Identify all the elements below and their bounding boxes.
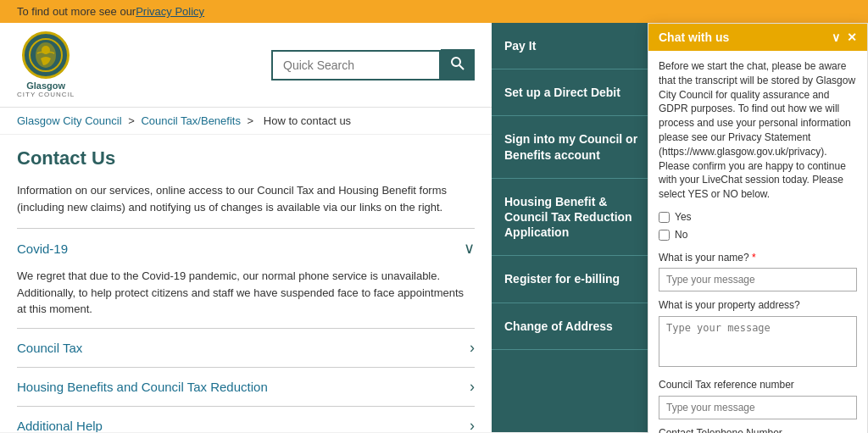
breadcrumb-sep-1: >	[128, 114, 137, 127]
accordion-covid: Covid-19 ∨ We regret that due to the Cov…	[17, 228, 475, 328]
change-address-button[interactable]: Change of Address	[492, 303, 661, 350]
page-title: Contact Us	[17, 147, 475, 169]
sign-in-button[interactable]: Sign into my Council or Benefits account	[492, 116, 661, 178]
breadcrumb-sep-2: >	[248, 114, 257, 127]
logo-subtitle: CITY COUNCIL	[17, 91, 75, 98]
accordion-covid-header[interactable]: Covid-19 ∨	[17, 229, 475, 268]
chat-body: Before we start the chat, please be awar…	[648, 51, 867, 433]
housing-benefit-button[interactable]: Housing Benefit & Council Tax Reduction …	[492, 179, 661, 257]
svg-line-4	[459, 65, 464, 69]
accordion-additional-help-header[interactable]: Additional Help ›	[17, 407, 475, 432]
close-icon[interactable]: ✕	[847, 31, 857, 44]
chat-header-icons: ∨ ✕	[832, 31, 857, 44]
chat-popup: Chat with us ∨ ✕ Before we start the cha…	[648, 23, 868, 433]
minimize-icon[interactable]: ∨	[832, 31, 840, 44]
accordion-council-tax-header[interactable]: Council Tax ›	[17, 329, 475, 367]
search-button[interactable]	[441, 49, 475, 80]
breadcrumb: Glasgow City Council > Council Tax/Benef…	[0, 108, 492, 135]
accordion-housing-benefits: Housing Benefits and Council Tax Reducti…	[17, 367, 475, 406]
accordion-housing-benefits-chevron-icon: ›	[470, 378, 475, 396]
accordion-housing-benefits-header[interactable]: Housing Benefits and Council Tax Reducti…	[17, 368, 475, 406]
accordion-council-tax-label: Council Tax	[17, 341, 82, 355]
chat-name-input[interactable]	[659, 268, 857, 291]
pay-it-button[interactable]: Pay It	[492, 23, 661, 69]
content-area: Contact Us Information on our services, …	[0, 135, 492, 432]
accordion-covid-label: Covid-19	[17, 241, 68, 256]
chat-name-label: What is your name? *	[659, 251, 857, 265]
chat-yes-label: Yes	[675, 210, 692, 225]
chat-address-input[interactable]	[659, 316, 857, 367]
chat-council-tax-input[interactable]	[659, 396, 857, 419]
accordion-additional-help-label: Additional Help	[17, 419, 103, 432]
chat-no-checkbox[interactable]	[659, 230, 670, 241]
accordion-covid-chevron-icon: ∨	[464, 239, 475, 258]
chat-checkbox-group: Yes No	[659, 210, 857, 242]
chat-intro-text: Before we start the chat, please be awar…	[659, 59, 857, 202]
top-bar: To find out more see our Privacy Policy	[0, 0, 868, 23]
breadcrumb-current: How to contact us	[264, 114, 351, 127]
logo-circle	[22, 31, 70, 79]
breadcrumb-home-link[interactable]: Glasgow City Council	[17, 114, 122, 127]
main-content: Glasgow CITY COUNCIL Glasgow City Counci…	[0, 23, 492, 432]
top-bar-text: To find out more see our	[17, 5, 136, 18]
logo-name: Glasgow	[26, 80, 65, 91]
accordion-housing-benefits-label: Housing Benefits and Council Tax Reducti…	[17, 380, 268, 394]
svg-point-3	[452, 58, 460, 66]
e-billing-button[interactable]: Register for e-billing	[492, 256, 661, 303]
accordion-additional-help: Additional Help ›	[17, 406, 475, 432]
privacy-policy-link[interactable]: Privacy Policy	[136, 5, 204, 18]
intro-text: Information on our services, online acce…	[17, 182, 475, 215]
right-sidebar: Pay It Set up a Direct Debit Sign into m…	[492, 23, 661, 432]
council-crest-icon	[29, 38, 63, 72]
page-wrapper: Glasgow CITY COUNCIL Glasgow City Counci…	[0, 23, 868, 432]
chat-address-label: What is your property address?	[659, 298, 857, 313]
chat-yes-checkbox[interactable]	[659, 212, 670, 223]
accordion-council-tax-chevron-icon: ›	[470, 339, 475, 357]
site-header: Glasgow CITY COUNCIL	[0, 23, 492, 108]
chat-no-label: No	[675, 228, 687, 242]
chat-council-tax-label: Council Tax reference number	[659, 378, 857, 392]
logo-area: Glasgow CITY COUNCIL	[17, 31, 75, 98]
breadcrumb-council-tax-link[interactable]: Council Tax/Benefits	[141, 114, 241, 127]
accordion-council-tax: Council Tax ›	[17, 328, 475, 367]
logo-inner	[25, 35, 66, 75]
chat-telephone-label: Contact Telephone Number	[659, 426, 857, 433]
search-input[interactable]	[271, 50, 441, 80]
chat-no-row: No	[659, 228, 857, 242]
chat-title: Chat with us	[659, 31, 729, 44]
search-icon	[451, 57, 465, 70]
direct-debit-button[interactable]: Set up a Direct Debit	[492, 69, 661, 116]
accordion-additional-help-chevron-icon: ›	[470, 417, 475, 432]
accordion-covid-content: We regret that due to the Covid-19 pande…	[17, 268, 475, 328]
chat-header: Chat with us ∨ ✕	[648, 24, 867, 51]
chat-yes-row: Yes	[659, 210, 857, 225]
search-area	[271, 49, 475, 80]
required-asterisk: *	[749, 252, 756, 264]
